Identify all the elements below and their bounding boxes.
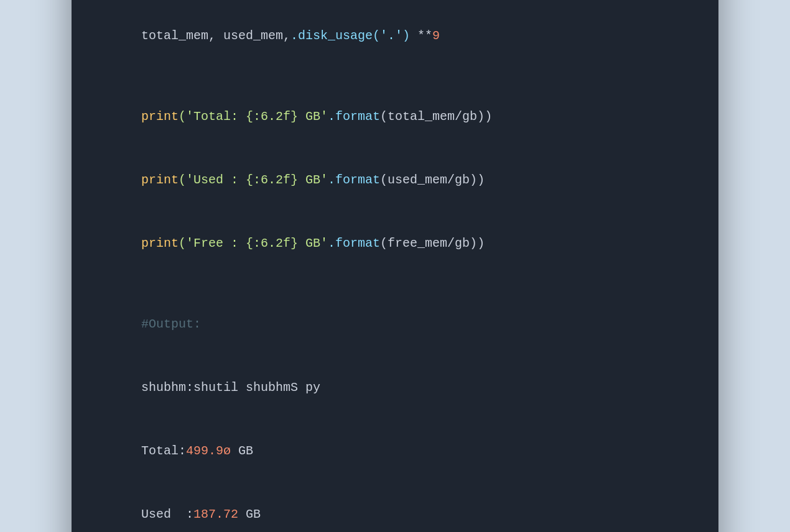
vars: total_mem, used_mem, xyxy=(141,29,290,43)
blank-line-2 xyxy=(96,0,694,4)
format-arg-1: (total_mem/gb) xyxy=(380,109,485,124)
cmd-text: shubhm:shutil shubhmS py xyxy=(141,380,320,395)
used-label: Used : xyxy=(141,507,193,521)
blank-line-8 xyxy=(96,275,694,293)
code-editor: import shutil total_mem, used_mem,.disk_… xyxy=(72,0,718,532)
close-paren-2: ) xyxy=(477,173,485,187)
close-paren-1: ) xyxy=(485,109,492,124)
total-unit: GB xyxy=(231,444,253,458)
output-total: Total:499.9ø GB xyxy=(96,420,694,483)
format-arg-2: (used_mem/gb) xyxy=(380,173,477,187)
code-line-5: print('Total: {:6.2f} GB'.format(total_m… xyxy=(96,85,694,149)
total-value: 499.9ø xyxy=(186,444,231,458)
used-unit: GB xyxy=(238,507,261,521)
format-method-3: .format xyxy=(328,236,380,250)
terminal-window: import shutil total_mem, used_mem,.disk_… xyxy=(72,0,718,532)
code-line-comment: #Output: xyxy=(96,293,694,356)
keyword-print-1: print xyxy=(141,109,179,124)
format-arg-3: (free_mem/gb) xyxy=(380,236,477,250)
used-value: 187.72 xyxy=(193,507,238,521)
method-disk: .disk_usage('.') xyxy=(290,29,410,43)
exponent-number: 9 xyxy=(432,29,440,43)
string-total: ('Total: {:6.2f} GB' xyxy=(179,109,328,124)
keyword-print-2: print xyxy=(141,173,179,187)
code-line-3: total_mem, used_mem,.disk_usage('.') **9 xyxy=(96,4,694,68)
code-line-7: print('Free : {:6.2f} GB'.format(free_me… xyxy=(96,212,694,275)
close-paren-3: ) xyxy=(477,236,485,250)
string-used: ('Used : {:6.2f} GB' xyxy=(179,173,328,187)
string-free: ('Free : {:6.2f} GB' xyxy=(179,236,328,250)
total-label: Total: xyxy=(141,444,186,458)
output-command: shubhm:shutil shubhmS py xyxy=(96,356,694,420)
format-method-1: .format xyxy=(328,109,380,124)
output-used: Used :187.72 GB xyxy=(96,483,694,532)
code-line-6: print('Used : {:6.2f} GB'.format(used_me… xyxy=(96,149,694,212)
comment-output: #Output: xyxy=(141,317,201,331)
blank-line-4 xyxy=(96,68,694,85)
format-method-2: .format xyxy=(328,173,380,187)
keyword-print-3: print xyxy=(141,236,179,250)
operator: ** xyxy=(410,29,432,43)
